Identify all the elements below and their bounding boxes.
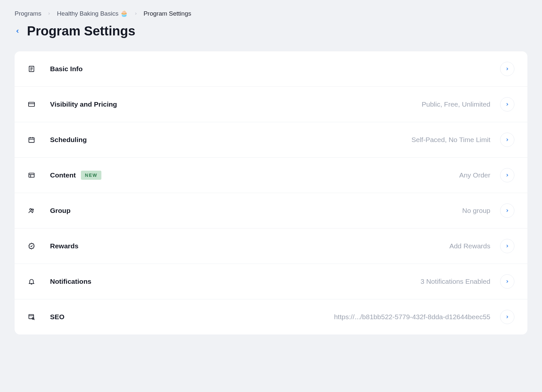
chevron-right-icon — [500, 62, 514, 76]
back-button[interactable] — [15, 28, 20, 34]
row-label: Visibility and Pricing — [50, 100, 117, 108]
settings-row-visibility[interactable]: Visibility and Pricing Public, Free, Unl… — [15, 87, 527, 122]
badge-icon — [28, 242, 35, 250]
chevron-right-icon — [500, 274, 514, 289]
settings-row-scheduling[interactable]: Scheduling Self-Paced, No Time Limit — [15, 122, 527, 158]
row-label: SEO — [50, 313, 64, 321]
page-title: Program Settings — [27, 24, 135, 38]
chevron-right-icon — [500, 310, 514, 324]
settings-card: Basic Info Visibility and Pricing Public… — [15, 51, 527, 334]
row-label: Notifications — [50, 278, 91, 285]
chevron-right-icon — [500, 168, 514, 182]
chevron-right-icon — [134, 12, 138, 16]
settings-row-rewards[interactable]: Rewards Add Rewards — [15, 229, 527, 264]
search-page-icon — [28, 313, 35, 321]
svg-line-18 — [34, 319, 34, 320]
breadcrumb: Programs Healthy Baking Basics 🧁 Program… — [15, 10, 527, 17]
settings-row-notifications[interactable]: Notifications 3 Notifications Enabled — [15, 264, 527, 299]
settings-row-basic-info[interactable]: Basic Info — [15, 51, 527, 87]
row-label: Content — [50, 171, 76, 179]
bell-icon — [28, 278, 35, 285]
row-value: Public, Free, Unlimited — [422, 100, 490, 108]
calendar-icon — [28, 136, 35, 144]
row-value: No group — [462, 207, 490, 215]
layout-icon — [28, 171, 35, 179]
title-row: Program Settings — [15, 24, 527, 38]
row-label: Rewards — [50, 242, 79, 250]
chevron-right-icon — [500, 239, 514, 253]
row-label: Group — [50, 207, 71, 215]
chevron-right-icon — [47, 12, 51, 16]
row-label: Basic Info — [50, 65, 83, 73]
chevron-right-icon — [500, 133, 514, 147]
svg-rect-4 — [29, 102, 34, 107]
row-label: Scheduling — [50, 136, 87, 144]
settings-row-seo[interactable]: SEO https://.../b81bb522-5779-432f-8dda-… — [15, 299, 527, 334]
row-value: Any Order — [459, 171, 490, 179]
breadcrumb-current: Program Settings — [144, 10, 191, 17]
svg-rect-10 — [29, 173, 34, 177]
document-icon — [28, 65, 35, 73]
svg-point-14 — [32, 209, 33, 211]
breadcrumb-programs[interactable]: Programs — [15, 10, 41, 17]
svg-rect-6 — [29, 138, 34, 143]
new-badge: NEW — [81, 171, 101, 180]
settings-row-group[interactable]: Group No group — [15, 193, 527, 229]
svg-point-13 — [30, 209, 32, 211]
settings-row-content[interactable]: Content NEW Any Order — [15, 158, 527, 193]
chevron-right-icon — [500, 203, 514, 218]
chevron-right-icon — [500, 97, 514, 111]
row-value: 3 Notifications Enabled — [420, 278, 490, 285]
row-value: https://.../b81bb522-5779-432f-8dda-d126… — [334, 313, 490, 321]
row-value: Self-Paced, No Time Limit — [411, 136, 490, 144]
breadcrumb-program-name[interactable]: Healthy Baking Basics 🧁 — [57, 10, 128, 17]
svg-point-17 — [32, 318, 34, 320]
users-icon — [28, 207, 35, 215]
card-icon — [28, 100, 35, 108]
row-value: Add Rewards — [449, 242, 490, 250]
svg-rect-15 — [29, 315, 34, 319]
